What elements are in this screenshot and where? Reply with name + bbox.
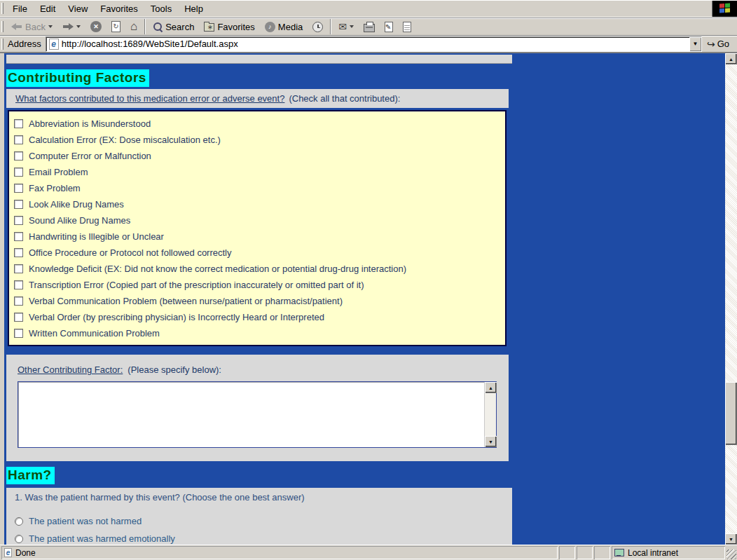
factor-checkbox[interactable]: [14, 329, 23, 338]
address-url[interactable]: http://localhost:1689/WebSite1/Default.a…: [62, 39, 689, 49]
factor-row[interactable]: Sound Alike Drug Names: [14, 212, 502, 228]
factor-row[interactable]: Computer Error or Malfunction: [14, 148, 502, 164]
forward-dropdown-icon[interactable]: [76, 25, 81, 28]
factor-checkbox[interactable]: [14, 184, 23, 193]
other-factor-textarea[interactable]: [18, 382, 484, 447]
factors-question-link[interactable]: What factors contributed to this medicat…: [15, 93, 284, 104]
addressbar-grip[interactable]: [1, 39, 4, 50]
toolbar-separator: [330, 19, 331, 34]
factor-label: Office Procedure or Protocol not followe…: [29, 247, 232, 258]
textarea-scrollbar[interactable]: [484, 382, 496, 447]
harm-panel: 1. Was the patient harmed by this event?…: [6, 488, 512, 545]
factor-label: Handwriting is Illegible or Unclear: [29, 231, 164, 242]
factor-checkbox[interactable]: [14, 280, 23, 289]
factor-row[interactable]: Knowledge Deficit (EX: Did not know the …: [14, 261, 502, 277]
status-pane: Done: [1, 546, 558, 559]
factor-row[interactable]: Handwriting is Illegible or Unclear: [14, 228, 502, 245]
factor-row[interactable]: Email Problem: [14, 164, 502, 180]
factor-checkbox[interactable]: [14, 232, 23, 241]
harm-option-row[interactable]: The patient was not harmed: [15, 516, 512, 526]
vertical-scrollbar[interactable]: [725, 53, 737, 545]
browser-window: File Edit View Favorites Tools Help Back: [0, 0, 737, 560]
menu-item[interactable]: View: [62, 1, 94, 16]
back-button[interactable]: Back: [6, 19, 57, 35]
search-button[interactable]: Search: [148, 19, 199, 35]
status-bar: Done Local intranet: [0, 545, 737, 560]
scroll-up-icon[interactable]: [485, 382, 497, 393]
mail-dropdown-icon[interactable]: [350, 25, 354, 28]
page-viewport: Contributing Factors What factors contri…: [4, 53, 725, 545]
go-arrow-icon: [707, 39, 715, 50]
factor-checkbox[interactable]: [14, 119, 23, 128]
factor-row[interactable]: Abbreviation is Misunderstood: [14, 116, 502, 132]
menu-item[interactable]: Help: [178, 1, 209, 16]
factor-checkbox[interactable]: [14, 248, 23, 257]
contributing-factors-list: Abbreviation is Misunderstood Calculatio…: [8, 110, 507, 346]
media-button[interactable]: Media: [260, 19, 308, 35]
factor-checkbox[interactable]: [14, 313, 23, 322]
factor-row[interactable]: Office Procedure or Protocol not followe…: [14, 245, 502, 261]
address-label: Address: [6, 39, 46, 49]
scrollbar-down-icon[interactable]: [725, 533, 737, 545]
factor-label: Email Problem: [29, 167, 88, 177]
forward-button[interactable]: [57, 19, 85, 35]
home-button[interactable]: [125, 19, 142, 35]
factor-label: Verbal Order (by prescribing physician) …: [29, 312, 324, 322]
other-factor-textarea-box: [18, 381, 497, 448]
media-label: Media: [278, 22, 303, 32]
factor-row[interactable]: Verbal Communication Problem (between nu…: [14, 293, 502, 309]
refresh-button[interactable]: [106, 19, 125, 35]
factor-checkbox[interactable]: [14, 168, 23, 177]
menu-item[interactable]: Favorites: [94, 1, 144, 16]
back-dropdown-icon[interactable]: [48, 25, 53, 28]
ie-page-icon: [49, 39, 59, 50]
factor-label: Calculation Error (EX: Dose miscalculati…: [29, 135, 221, 145]
edit-button[interactable]: [380, 19, 398, 35]
factor-checkbox[interactable]: [14, 135, 23, 144]
factor-row[interactable]: Calculation Error (EX: Dose miscalculati…: [14, 132, 502, 148]
factor-row[interactable]: Look Alike Drug Names: [14, 196, 502, 212]
factor-label: Knowledge Deficit (EX: Did not know the …: [29, 264, 406, 274]
factor-row[interactable]: Fax Problem: [14, 180, 502, 196]
favorites-button[interactable]: Favorites: [199, 19, 259, 35]
contributing-factors-heading: Contributing Factors: [6, 69, 149, 87]
factor-checkbox[interactable]: [14, 151, 23, 161]
address-dropdown-button[interactable]: [689, 37, 701, 51]
toolbar-grip[interactable]: [1, 21, 4, 32]
scrollbar-up-icon[interactable]: [725, 53, 737, 64]
other-factor-link[interactable]: Other Contributing Factor:: [18, 364, 123, 375]
print-button[interactable]: [359, 19, 380, 35]
harm-radio[interactable]: [15, 535, 23, 543]
menu-item[interactable]: File: [6, 1, 34, 16]
status-text: Done: [15, 548, 36, 558]
menu-item[interactable]: Edit: [34, 1, 62, 16]
address-input[interactable]: http://localhost:1689/WebSite1/Default.a…: [46, 36, 702, 52]
window-resize-grip[interactable]: [726, 549, 736, 559]
go-button[interactable]: Go: [702, 36, 736, 52]
stop-button[interactable]: [85, 19, 106, 35]
harm-option-row[interactable]: The patient was harmed emotionally: [15, 533, 512, 544]
scroll-down-icon[interactable]: [485, 436, 497, 447]
factor-row[interactable]: Written Communication Problem: [14, 325, 502, 341]
history-button[interactable]: [308, 19, 328, 35]
factor-row[interactable]: Verbal Order (by prescribing physician) …: [14, 309, 502, 325]
factor-checkbox[interactable]: [14, 296, 23, 306]
menu-item[interactable]: Tools: [144, 1, 178, 16]
factor-label: Verbal Communication Problem (between nu…: [29, 296, 343, 306]
harm-radio[interactable]: [15, 517, 23, 526]
factor-checkbox[interactable]: [14, 264, 23, 273]
harm-question: 1. Was the patient harmed by this event?…: [15, 492, 512, 503]
discuss-button[interactable]: [398, 19, 416, 35]
mail-button[interactable]: [333, 19, 359, 35]
factor-checkbox[interactable]: [14, 216, 23, 225]
zone-text: Local intranet: [628, 548, 678, 558]
menubar-grip[interactable]: [1, 3, 4, 14]
factor-checkbox[interactable]: [14, 200, 23, 209]
history-clock-icon: [312, 22, 323, 32]
scrollbar-thumb[interactable]: [725, 382, 737, 445]
harm-heading: Harm?: [6, 467, 55, 484]
forward-arrow-icon: [62, 23, 74, 30]
factors-question-bar: What factors contributed to this medicat…: [6, 89, 509, 108]
factor-row[interactable]: Transcription Error (Copied part of the …: [14, 277, 502, 293]
scrollbar-track[interactable]: [725, 64, 737, 533]
